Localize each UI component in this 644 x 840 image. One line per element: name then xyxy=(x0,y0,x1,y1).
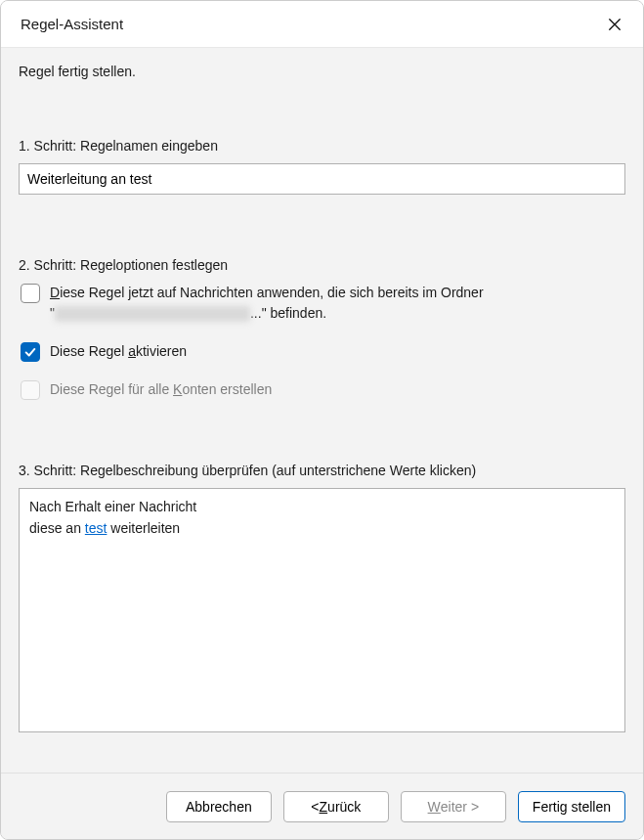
step2-section: 2. Schritt: Regeloptionen festlegen Dies… xyxy=(19,257,625,414)
step1-section: 1. Schritt: Regelnamen eingeben xyxy=(19,138,625,195)
step2-label: 2. Schritt: Regeloptionen festlegen xyxy=(19,257,625,273)
dialog-content: Regel fertig stellen. 1. Schritt: Regeln… xyxy=(1,48,643,773)
check-icon xyxy=(23,345,37,359)
next-button: Weiter > xyxy=(401,791,506,822)
activate-rule-row: Diese Regel aktivieren xyxy=(19,341,625,362)
apply-now-row: Diese Regel jetzt auf Nachrichten anwend… xyxy=(19,283,625,324)
folder-name-redacted xyxy=(55,306,250,322)
rule-name-input[interactable] xyxy=(19,163,625,195)
dialog-title: Regel-Assistent xyxy=(21,16,123,32)
step1-label: 1. Schritt: Regelnamen eingeben xyxy=(19,138,625,154)
forward-target-link[interactable]: test xyxy=(85,520,107,536)
desc-line2: diese an test weiterleiten xyxy=(29,518,615,540)
back-button[interactable]: < Zurück xyxy=(283,791,389,822)
desc-line1: Nach Erhalt einer Nachricht xyxy=(29,497,615,518)
all-accounts-row: Diese Regel für alle Konten erstellen xyxy=(19,379,625,400)
activate-rule-label: Diese Regel aktivieren xyxy=(50,341,625,362)
step3-label: 3. Schritt: Regelbeschreibung überprüfen… xyxy=(19,463,625,478)
apply-now-label: Diese Regel jetzt auf Nachrichten anwend… xyxy=(50,283,625,324)
cancel-button[interactable]: Abbrechen xyxy=(166,791,272,822)
activate-rule-checkbox[interactable] xyxy=(21,342,40,362)
close-icon xyxy=(608,18,622,31)
rule-description-box[interactable]: Nach Erhalt einer Nachricht diese an tes… xyxy=(19,488,625,732)
rules-wizard-dialog: Regel-Assistent Regel fertig stellen. 1.… xyxy=(0,0,644,840)
titlebar: Regel-Assistent xyxy=(1,1,643,48)
all-accounts-checkbox xyxy=(21,380,40,400)
step3-section: 3. Schritt: Regelbeschreibung überprüfen… xyxy=(19,463,625,773)
dialog-footer: Abbrechen < Zurück Weiter > Fertig stell… xyxy=(1,773,643,839)
finish-button[interactable]: Fertig stellen xyxy=(518,791,625,822)
apply-now-checkbox[interactable] xyxy=(21,284,40,303)
dialog-subtitle: Regel fertig stellen. xyxy=(19,64,625,79)
close-button[interactable] xyxy=(600,10,629,39)
all-accounts-label: Diese Regel für alle Konten erstellen xyxy=(50,379,625,400)
